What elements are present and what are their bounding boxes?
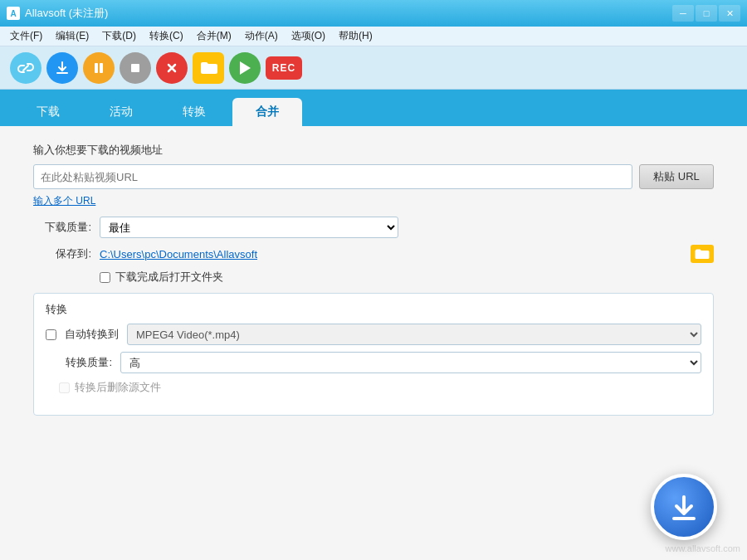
- close-button[interactable]: ✕: [719, 5, 740, 22]
- svg-rect-1: [100, 63, 103, 73]
- open-folder-checkbox[interactable]: [100, 272, 110, 283]
- cancel-button[interactable]: [156, 52, 188, 84]
- quality-select[interactable]: 最佳 高 中 低: [100, 217, 398, 238]
- menu-file[interactable]: 文件(F): [3, 27, 49, 45]
- add-download-button[interactable]: [46, 52, 78, 84]
- watermark: www.allavsoft.com: [666, 543, 740, 553]
- menu-action[interactable]: 动作(A): [238, 27, 285, 45]
- tab-activity[interactable]: 活动: [86, 98, 156, 126]
- save-path-link[interactable]: C:\Users\pc\Documents\Allavsoft: [100, 248, 682, 261]
- menu-merge[interactable]: 合并(M): [190, 27, 238, 45]
- record-button[interactable]: REC: [266, 56, 302, 80]
- open-folder-label: 下载完成后打开文件夹: [115, 270, 223, 285]
- title-bar-controls: ─ □ ✕: [672, 5, 740, 22]
- stop-button[interactable]: [120, 52, 151, 84]
- svg-rect-0: [95, 63, 98, 73]
- paste-url-button[interactable]: 粘贴 URL: [639, 164, 714, 189]
- tab-convert[interactable]: 转换: [159, 98, 229, 126]
- convert-quality-row: 转换质量: 高 中 低: [46, 352, 701, 373]
- save-label: 保存到:: [33, 246, 91, 261]
- auto-convert-row: 自动转换到 MPEG4 Video(*.mp4) AVI Video(*.avi…: [46, 324, 701, 345]
- convert-section-title: 转换: [46, 302, 701, 317]
- tab-merge[interactable]: 合并: [232, 98, 302, 126]
- minimize-button[interactable]: ─: [672, 5, 694, 22]
- menu-edit[interactable]: 编辑(E): [49, 27, 95, 45]
- menu-bar: 文件(F) 编辑(E) 下载(D) 转换(C) 合并(M) 动作(A) 选项(O…: [0, 27, 747, 46]
- toolbar: REC: [0, 46, 747, 90]
- main-content: 输入你想要下载的视频地址 粘贴 URL 输入多个 URL 下载质量: 最佳 高 …: [0, 126, 747, 560]
- delete-source-checkbox[interactable]: [59, 382, 70, 393]
- delete-source-row: 转换后删除源文件: [59, 380, 701, 395]
- url-row: 粘贴 URL: [33, 164, 714, 189]
- multi-url-link[interactable]: 输入多个 URL: [33, 194, 95, 208]
- title-bar-text: Allavsoft (未注册): [25, 6, 672, 21]
- auto-convert-label: 自动转换到: [65, 327, 119, 342]
- url-input[interactable]: [33, 164, 632, 189]
- svg-rect-2: [131, 64, 139, 72]
- quality-label: 下载质量:: [33, 220, 91, 235]
- pause-button[interactable]: [83, 52, 115, 84]
- menu-convert[interactable]: 转换(C): [143, 27, 190, 45]
- convert-quality-select[interactable]: 高 中 低: [120, 352, 701, 373]
- tab-download[interactable]: 下载: [13, 98, 83, 126]
- download-fab-button[interactable]: [651, 474, 717, 540]
- convert-quality-label: 转换质量:: [46, 355, 112, 370]
- link-button[interactable]: [10, 52, 42, 84]
- quality-row: 下载质量: 最佳 高 中 低: [33, 217, 714, 238]
- maximize-button[interactable]: □: [696, 5, 717, 22]
- browse-folder-button[interactable]: [691, 245, 714, 263]
- convert-section: 转换 自动转换到 MPEG4 Video(*.mp4) AVI Video(*.…: [33, 293, 714, 416]
- open-folder-button[interactable]: [193, 52, 224, 84]
- auto-convert-checkbox[interactable]: [46, 329, 56, 340]
- menu-help[interactable]: 帮助(H): [332, 27, 379, 45]
- menu-options[interactable]: 选项(O): [285, 27, 332, 45]
- save-path-row: 保存到: C:\Users\pc\Documents\Allavsoft: [33, 245, 714, 263]
- convert-format-select[interactable]: MPEG4 Video(*.mp4) AVI Video(*.avi) MKV …: [127, 324, 701, 345]
- delete-source-label: 转换后删除源文件: [75, 380, 161, 395]
- open-folder-row: 下载完成后打开文件夹: [100, 270, 714, 285]
- menu-download[interactable]: 下载(D): [95, 27, 143, 45]
- app-icon: A: [7, 7, 20, 20]
- play-button[interactable]: [229, 52, 261, 84]
- title-bar: A Allavsoft (未注册) ─ □ ✕: [0, 0, 747, 27]
- tabs-bar: 下载 活动 转换 合并: [0, 90, 747, 126]
- url-section-label: 输入你想要下载的视频地址: [33, 143, 714, 158]
